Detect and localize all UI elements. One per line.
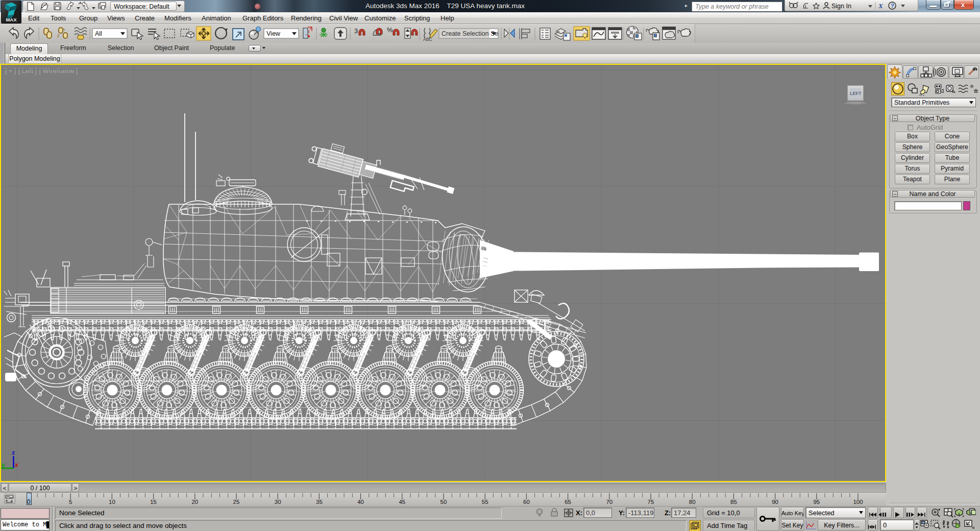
svg-text:%: % xyxy=(387,26,393,34)
svg-text:15: 15 xyxy=(150,499,157,505)
svg-text:MAX: MAX xyxy=(6,17,17,22)
svg-text:25: 25 xyxy=(233,499,240,505)
svg-text:Create Selection Se: Create Selection Se xyxy=(442,30,498,37)
svg-text:30: 30 xyxy=(275,499,281,505)
svg-text:90: 90 xyxy=(772,499,778,505)
svg-text:55: 55 xyxy=(482,499,488,505)
svg-text:65: 65 xyxy=(565,499,571,505)
svg-text:80: 80 xyxy=(689,499,696,505)
svg-text:View: View xyxy=(266,30,281,37)
svg-text:45: 45 xyxy=(399,499,405,505)
svg-text:20: 20 xyxy=(191,499,198,505)
svg-text:50: 50 xyxy=(440,499,447,505)
svg-text:40: 40 xyxy=(357,499,364,505)
svg-text:95: 95 xyxy=(813,499,820,505)
svg-text:?: ? xyxy=(891,3,894,9)
svg-text:100: 100 xyxy=(853,499,863,505)
svg-text:5: 5 xyxy=(69,499,72,505)
svg-text:35: 35 xyxy=(316,499,323,505)
svg-text:85: 85 xyxy=(730,499,737,505)
svg-text:All: All xyxy=(95,30,102,37)
svg-text:X: X xyxy=(878,2,883,10)
svg-text:10: 10 xyxy=(109,499,115,505)
svg-text:60: 60 xyxy=(523,499,530,505)
svg-text:ABC: ABC xyxy=(423,37,432,42)
svg-text:70: 70 xyxy=(606,499,612,505)
svg-text:Sign In: Sign In xyxy=(831,3,851,10)
svg-text:3: 3 xyxy=(354,27,358,35)
svg-text:75: 75 xyxy=(648,499,654,505)
